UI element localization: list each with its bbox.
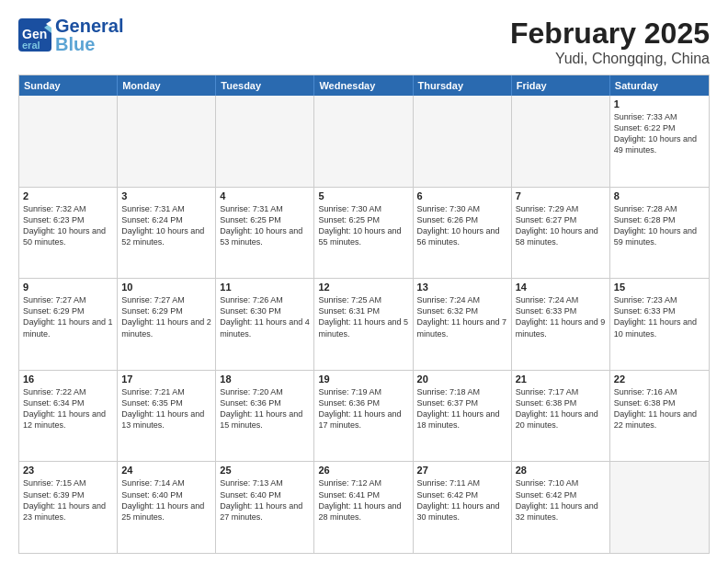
day-info: Sunrise: 7:20 AM Sunset: 6:36 PM Dayligh… (220, 386, 310, 431)
calendar-row: 9Sunrise: 7:27 AM Sunset: 6:29 PM Daylig… (19, 278, 709, 370)
day-number: 13 (417, 282, 507, 293)
calendar-day-16: 16Sunrise: 7:22 AM Sunset: 6:34 PM Dayli… (19, 371, 118, 462)
day-info: Sunrise: 7:27 AM Sunset: 6:29 PM Dayligh… (121, 294, 211, 339)
calendar-day-22: 22Sunrise: 7:16 AM Sunset: 6:38 PM Dayli… (610, 371, 709, 462)
logo-general: General (55, 17, 123, 35)
day-info: Sunrise: 7:30 AM Sunset: 6:26 PM Dayligh… (417, 203, 507, 248)
day-number: 3 (121, 190, 211, 201)
calendar-empty-cell (314, 96, 413, 187)
day-number: 21 (516, 373, 606, 385)
calendar-row: 2Sunrise: 7:32 AM Sunset: 6:23 PM Daylig… (19, 187, 709, 279)
calendar-day-20: 20Sunrise: 7:18 AM Sunset: 6:37 PM Dayli… (414, 371, 512, 462)
calendar-day-8: 8Sunrise: 7:28 AM Sunset: 6:28 PM Daylig… (610, 188, 709, 279)
day-number: 1 (614, 98, 705, 109)
day-number: 17 (121, 373, 211, 385)
calendar-day-3: 3Sunrise: 7:31 AM Sunset: 6:24 PM Daylig… (118, 188, 216, 279)
day-number: 7 (516, 190, 606, 201)
day-number: 19 (318, 373, 408, 385)
day-info: Sunrise: 7:28 AM Sunset: 6:28 PM Dayligh… (614, 203, 705, 248)
calendar-day-4: 4Sunrise: 7:31 AM Sunset: 6:25 PM Daylig… (216, 188, 314, 279)
weekday-header: Saturday (610, 75, 709, 96)
logo: Gen eral General Blue (18, 17, 123, 53)
day-number: 9 (23, 282, 113, 293)
calendar-day-26: 26Sunrise: 7:12 AM Sunset: 6:41 PM Dayli… (314, 462, 413, 553)
calendar-row: 16Sunrise: 7:22 AM Sunset: 6:34 PM Dayli… (19, 370, 709, 462)
day-info: Sunrise: 7:10 AM Sunset: 6:42 PM Dayligh… (516, 477, 606, 523)
calendar-body: 1Sunrise: 7:33 AM Sunset: 6:22 PM Daylig… (19, 96, 709, 553)
day-number: 15 (614, 282, 705, 293)
day-info: Sunrise: 7:11 AM Sunset: 6:42 PM Dayligh… (417, 477, 507, 523)
day-number: 27 (417, 465, 507, 476)
calendar-row: 23Sunrise: 7:15 AM Sunset: 6:39 PM Dayli… (19, 461, 709, 553)
calendar-day-28: 28Sunrise: 7:10 AM Sunset: 6:42 PM Dayli… (512, 462, 610, 553)
day-number: 20 (417, 373, 507, 385)
weekday-header: Wednesday (314, 75, 413, 96)
weekday-header: Sunday (19, 75, 118, 96)
day-info: Sunrise: 7:15 AM Sunset: 6:39 PM Dayligh… (23, 477, 113, 523)
calendar-day-2: 2Sunrise: 7:32 AM Sunset: 6:23 PM Daylig… (19, 188, 118, 279)
day-number: 12 (318, 282, 408, 293)
day-number: 10 (121, 282, 211, 293)
day-number: 16 (23, 373, 113, 385)
calendar-empty-cell (118, 96, 216, 187)
calendar-row: 1Sunrise: 7:33 AM Sunset: 6:22 PM Daylig… (19, 96, 709, 187)
weekday-header: Thursday (414, 75, 512, 96)
calendar-empty-cell (414, 96, 512, 187)
day-info: Sunrise: 7:30 AM Sunset: 6:25 PM Dayligh… (318, 203, 408, 248)
day-number: 26 (318, 465, 408, 476)
calendar-day-19: 19Sunrise: 7:19 AM Sunset: 6:36 PM Dayli… (314, 371, 413, 462)
day-number: 2 (23, 190, 113, 201)
day-number: 14 (516, 282, 606, 293)
calendar-day-10: 10Sunrise: 7:27 AM Sunset: 6:29 PM Dayli… (118, 279, 216, 370)
day-info: Sunrise: 7:29 AM Sunset: 6:27 PM Dayligh… (516, 203, 606, 248)
day-info: Sunrise: 7:18 AM Sunset: 6:37 PM Dayligh… (417, 386, 507, 431)
calendar-day-27: 27Sunrise: 7:11 AM Sunset: 6:42 PM Dayli… (414, 462, 512, 553)
weekday-header: Tuesday (216, 75, 314, 96)
calendar-day-7: 7Sunrise: 7:29 AM Sunset: 6:27 PM Daylig… (512, 188, 610, 279)
day-number: 5 (318, 190, 408, 201)
calendar-day-1: 1Sunrise: 7:33 AM Sunset: 6:22 PM Daylig… (610, 96, 709, 187)
calendar-empty-cell (216, 96, 314, 187)
calendar-day-17: 17Sunrise: 7:21 AM Sunset: 6:35 PM Dayli… (118, 371, 216, 462)
day-info: Sunrise: 7:31 AM Sunset: 6:25 PM Dayligh… (220, 203, 310, 248)
day-info: Sunrise: 7:21 AM Sunset: 6:35 PM Dayligh… (121, 386, 211, 431)
month-title: February 2025 (510, 17, 710, 51)
weekday-header: Monday (118, 75, 216, 96)
logo-icon: Gen eral (18, 18, 51, 52)
day-number: 11 (220, 282, 310, 293)
day-info: Sunrise: 7:19 AM Sunset: 6:36 PM Dayligh… (318, 386, 408, 431)
day-number: 4 (220, 190, 310, 201)
day-number: 25 (220, 465, 310, 476)
calendar-day-11: 11Sunrise: 7:26 AM Sunset: 6:30 PM Dayli… (216, 279, 314, 370)
calendar-empty-cell (512, 96, 610, 187)
day-number: 18 (220, 373, 310, 385)
calendar-empty-cell (610, 462, 709, 553)
calendar-day-6: 6Sunrise: 7:30 AM Sunset: 6:26 PM Daylig… (414, 188, 512, 279)
svg-text:eral: eral (22, 40, 40, 51)
calendar-day-18: 18Sunrise: 7:20 AM Sunset: 6:36 PM Dayli… (216, 371, 314, 462)
day-info: Sunrise: 7:27 AM Sunset: 6:29 PM Dayligh… (23, 294, 113, 339)
logo-blue: Blue (55, 35, 123, 53)
calendar-day-15: 15Sunrise: 7:23 AM Sunset: 6:33 PM Dayli… (610, 279, 709, 370)
header: Gen eral General Blue February 2025 Yudi… (18, 17, 710, 67)
day-number: 23 (23, 465, 113, 476)
calendar-day-24: 24Sunrise: 7:14 AM Sunset: 6:40 PM Dayli… (118, 462, 216, 553)
day-info: Sunrise: 7:32 AM Sunset: 6:23 PM Dayligh… (23, 203, 113, 248)
calendar-day-12: 12Sunrise: 7:25 AM Sunset: 6:31 PM Dayli… (314, 279, 413, 370)
day-info: Sunrise: 7:14 AM Sunset: 6:40 PM Dayligh… (121, 477, 211, 523)
calendar-day-5: 5Sunrise: 7:30 AM Sunset: 6:25 PM Daylig… (314, 188, 413, 279)
day-info: Sunrise: 7:16 AM Sunset: 6:38 PM Dayligh… (614, 386, 705, 431)
day-number: 28 (516, 465, 606, 476)
day-info: Sunrise: 7:12 AM Sunset: 6:41 PM Dayligh… (318, 477, 408, 523)
day-number: 8 (614, 190, 705, 201)
calendar: SundayMondayTuesdayWednesdayThursdayFrid… (18, 75, 710, 554)
calendar-day-23: 23Sunrise: 7:15 AM Sunset: 6:39 PM Dayli… (19, 462, 118, 553)
calendar-header: SundayMondayTuesdayWednesdayThursdayFrid… (19, 75, 709, 96)
day-info: Sunrise: 7:17 AM Sunset: 6:38 PM Dayligh… (516, 386, 606, 431)
calendar-day-21: 21Sunrise: 7:17 AM Sunset: 6:38 PM Dayli… (512, 371, 610, 462)
title-block: February 2025 Yudi, Chongqing, China (510, 17, 710, 67)
day-number: 22 (614, 373, 705, 385)
day-info: Sunrise: 7:26 AM Sunset: 6:30 PM Dayligh… (220, 294, 310, 339)
day-info: Sunrise: 7:31 AM Sunset: 6:24 PM Dayligh… (121, 203, 211, 248)
day-info: Sunrise: 7:24 AM Sunset: 6:33 PM Dayligh… (516, 294, 606, 339)
